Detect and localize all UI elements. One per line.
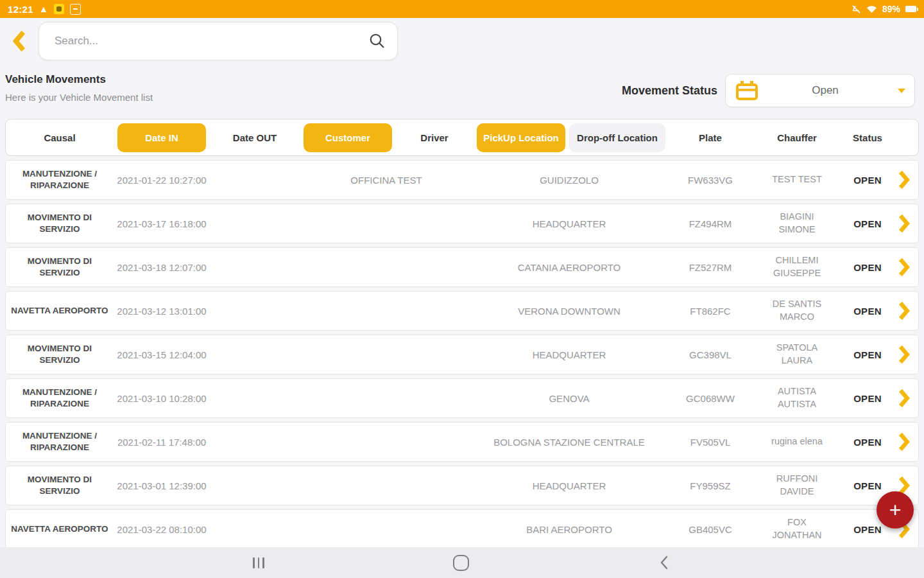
cell-status: OPEN <box>839 393 896 404</box>
cell-causal: MOVIMENTO DI SERVIZIO <box>6 343 114 366</box>
cell-chauffer: BIAGINI SIMONE <box>755 211 839 236</box>
cell-chauffer: TEST TEST <box>755 173 839 186</box>
cell-date-in: 2021-03-01 12:39:00 <box>114 480 210 491</box>
header-customer[interactable]: Customer <box>300 123 396 152</box>
nav-back-button[interactable] <box>646 547 682 578</box>
cell-date-in: 2021-02-11 17:48:00 <box>114 437 210 448</box>
page-subtitle: Here is your Vehicle Movement list <box>5 92 153 103</box>
back-button[interactable] <box>9 28 31 54</box>
table-row[interactable]: MOVIMENTO DI SERVIZIO 2021-03-15 12:04:0… <box>5 335 919 374</box>
header-status-label: Status <box>853 132 882 143</box>
wifi-icon <box>866 4 877 13</box>
cell-chauffer: DE SANTIS MARCO <box>755 298 839 323</box>
table-row[interactable]: MANUTENZIONE / RIPARAZIONE 2021-03-10 10… <box>5 378 919 418</box>
cell-causal: MANUTENZIONE / RIPARAZIONE <box>6 387 114 410</box>
cell-status: OPEN <box>839 480 896 491</box>
row-chevron-icon[interactable] <box>896 171 917 189</box>
cell-status: OPEN <box>839 175 896 186</box>
search-bar <box>38 22 398 60</box>
header-date-out-label: Date OUT <box>233 132 277 143</box>
header-status[interactable]: Status <box>839 132 896 143</box>
home-button[interactable] <box>443 547 479 578</box>
chevron-down-icon <box>898 89 905 93</box>
cell-customer: OFFICINA TEST <box>300 175 473 186</box>
row-chevron-icon[interactable] <box>896 215 917 232</box>
cell-causal: MANUTENZIONE / RIPARAZIONE <box>6 168 114 191</box>
header-dropoff-location[interactable]: Drop-off Location <box>569 123 665 152</box>
cell-status: OPEN <box>839 262 896 273</box>
cell-plate: FV505VL <box>665 437 755 448</box>
header-causal[interactable]: Causal <box>6 132 114 143</box>
cell-pickup-location: BOLOGNA STAZIONE CENTRALE <box>473 437 665 448</box>
table-row[interactable]: MANUTENZIONE / RIPARAZIONE 2021-02-11 17… <box>5 422 919 462</box>
add-movement-fab[interactable]: + <box>877 491 914 529</box>
movement-list: MANUTENZIONE / RIPARAZIONE 2021-01-22 10… <box>5 160 919 549</box>
cell-chauffer: AUTISTA AUTISTA <box>755 385 839 410</box>
cell-chauffer: SPATOLA LAURA <box>755 342 839 367</box>
table-row[interactable]: MOVIMENTO DI SERVIZIO 2021-03-18 12:07:0… <box>5 247 919 287</box>
recents-icon <box>253 557 264 568</box>
header-chauffer-label: Chauffer <box>777 132 817 143</box>
row-chevron-icon[interactable] <box>896 346 917 363</box>
cell-status: OPEN <box>839 437 896 448</box>
header-date-out[interactable]: Date OUT <box>210 132 300 143</box>
cell-causal: MOVIMENTO DI SERVIZIO <box>6 212 114 235</box>
movement-status-filter: Movement Status Open <box>622 74 915 107</box>
cell-chauffer: rugina elena <box>755 435 839 448</box>
battery-percent-text: 89% <box>882 4 900 14</box>
cell-pickup-location: GUIDIZZOLO <box>473 175 665 186</box>
header-date-in-label: Date IN <box>117 123 206 152</box>
header-pickup-location-label: PickUp Location <box>477 123 565 152</box>
search-input[interactable] <box>53 34 368 48</box>
cell-plate: FW633VG <box>665 175 755 186</box>
nav-back-icon <box>659 556 669 570</box>
cell-plate: FT862FC <box>665 306 755 317</box>
table-row[interactable]: NAVETTA AEROPORTO 2021-03-22 08:10:00 BA… <box>5 509 919 549</box>
cell-causal: NAVETTA AEROPORTO <box>6 523 114 535</box>
notification-sim-icon <box>70 4 81 15</box>
movement-status-value: Open <box>759 84 891 97</box>
android-nav-bar <box>0 547 924 578</box>
row-chevron-icon[interactable] <box>896 302 917 320</box>
cell-plate: FZ527RM <box>665 262 755 273</box>
cell-date-in: 2021-03-10 10:28:00 <box>114 393 210 404</box>
header-chauffer[interactable]: Chauffer <box>755 132 839 143</box>
table-header: Causal Date IN Date OUT Customer Driver … <box>5 119 919 156</box>
row-chevron-icon[interactable] <box>896 433 917 451</box>
cell-pickup-location: HEADQUARTER <box>473 349 665 360</box>
header-plate[interactable]: Plate <box>665 132 755 143</box>
header-driver-label: Driver <box>420 132 448 143</box>
row-chevron-icon[interactable] <box>896 389 917 407</box>
cell-date-in: 2021-03-18 12:07:00 <box>114 262 210 273</box>
cell-causal: MOVIMENTO DI SERVIZIO <box>6 474 114 497</box>
cell-date-in: 2021-03-17 16:18:00 <box>114 218 210 229</box>
movement-status-dropdown[interactable]: Open <box>725 74 915 107</box>
header-plate-label: Plate <box>699 132 722 143</box>
cell-pickup-location: HEADQUARTER <box>473 218 665 229</box>
back-arrow-icon <box>12 30 28 52</box>
header-pickup-location[interactable]: PickUp Location <box>473 123 569 152</box>
cell-chauffer: CHILLEMI GIUSEPPE <box>755 254 839 279</box>
table-row[interactable]: MOVIMENTO DI SERVIZIO 2021-03-17 16:18:0… <box>5 204 919 243</box>
plus-icon: + <box>889 500 902 520</box>
table-row[interactable]: MOVIMENTO DI SERVIZIO 2021-03-01 12:39:0… <box>5 466 919 505</box>
recents-button[interactable] <box>241 547 277 578</box>
header-driver[interactable]: Driver <box>396 132 473 143</box>
warning-icon: ▲ <box>39 4 48 13</box>
cell-pickup-location: HEADQUARTER <box>473 480 665 491</box>
cell-pickup-location: VERONA DOWNTOWN <box>473 306 665 317</box>
battery-icon <box>905 6 916 12</box>
page-title: Vehicle Movements <box>5 73 153 86</box>
cell-pickup-location: BARI AEROPORTO <box>473 524 665 535</box>
cell-date-in: 2021-03-15 12:04:00 <box>114 349 210 360</box>
table-row[interactable]: NAVETTA AEROPORTO 2021-03-12 13:01:00 VE… <box>5 291 919 331</box>
header-date-in[interactable]: Date IN <box>114 123 210 152</box>
row-chevron-icon[interactable] <box>896 258 917 276</box>
cell-date-in: 2021-03-12 13:01:00 <box>114 306 210 317</box>
search-icon[interactable] <box>368 31 387 51</box>
cell-causal: MANUTENZIONE / RIPARAZIONE <box>6 430 114 453</box>
cell-plate: GC398VL <box>665 349 755 360</box>
table-row[interactable]: MANUTENZIONE / RIPARAZIONE 2021-01-22 10… <box>5 160 919 200</box>
cell-causal: MOVIMENTO DI SERVIZIO <box>6 256 114 279</box>
cell-pickup-location: CATANIA AEROPORTO <box>473 262 665 273</box>
